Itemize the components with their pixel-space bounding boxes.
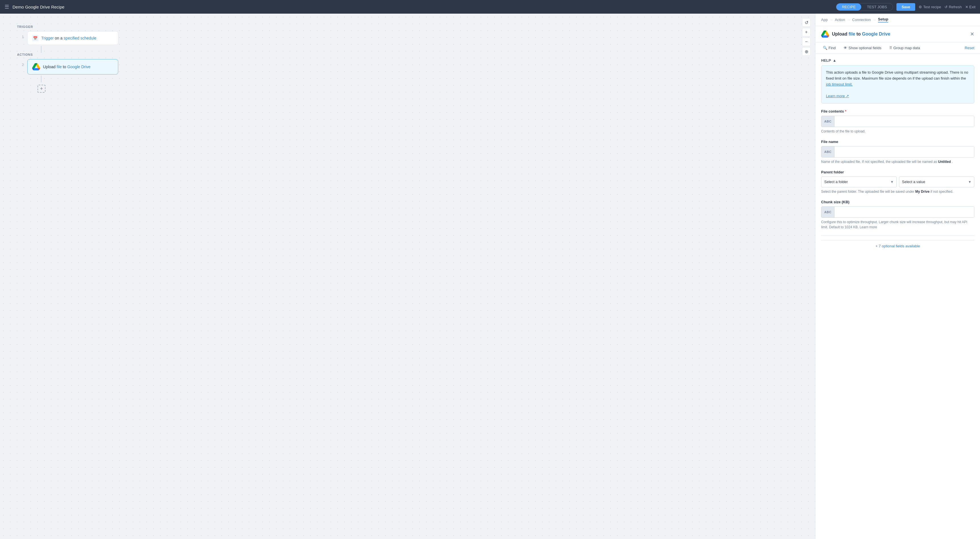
step-2-text-to: to: [63, 65, 67, 69]
refresh-link[interactable]: ↺ Refresh: [945, 5, 962, 9]
step-2-text: Upload file to Google Drive: [43, 65, 91, 69]
parent-folder-desc: Select the parent folder. The uploaded f…: [821, 189, 974, 194]
file-contents-required: *: [845, 109, 846, 113]
parent-folder-label: Parent folder: [821, 170, 974, 174]
step-2-highlight-drive: Google Drive: [67, 65, 91, 69]
panel-title-to: to: [856, 32, 861, 37]
chunk-size-learn-more-link[interactable]: Learn more: [859, 225, 877, 229]
find-button[interactable]: 🔍 Find: [821, 45, 837, 51]
step-1-highlight-schedule: specified schedule: [64, 36, 96, 40]
canvas-reset-btn[interactable]: ↺: [802, 18, 811, 27]
optional-label: optional fields available: [882, 244, 920, 248]
file-contents-input[interactable]: [834, 116, 974, 127]
google-drive-icon: [32, 63, 40, 71]
file-name-field: File name ABC Name of the uploaded file.…: [821, 140, 974, 164]
breadcrumb-arrow-1: →: [829, 17, 833, 22]
group-map-label: Group map data: [893, 46, 920, 50]
trigger-section-label: TRIGGER: [17, 25, 798, 29]
canvas-fit-btn[interactable]: ⊕: [802, 47, 811, 56]
folder-value-wrap: Select a value ▼: [899, 176, 975, 188]
step-2-card[interactable]: Upload file to Google Drive: [27, 59, 118, 75]
chunk-size-input-row: ABC: [821, 207, 974, 218]
chunk-size-label: Chunk size (KB): [821, 200, 974, 204]
help-header[interactable]: HELP ▲: [821, 58, 974, 62]
trigger-step-icon: 📅: [32, 35, 38, 41]
breadcrumb-arrow-2: →: [847, 17, 850, 22]
tab-test-jobs[interactable]: TEST JOBS: [861, 3, 893, 11]
file-contents-label: File contents *: [821, 109, 974, 113]
chunk-size-field: Chunk size (KB) ABC Configure this to op…: [821, 200, 974, 230]
show-optional-fields-button[interactable]: 👁 Show optional fields: [842, 45, 883, 51]
panel-header: Upload file to Google Drive ✕: [815, 26, 980, 42]
folder-select[interactable]: Select a folder: [821, 176, 897, 188]
panel-content: HELP ▲ This action uploads a file to Goo…: [815, 54, 980, 539]
reset-button[interactable]: Reset: [965, 46, 974, 50]
file-contents-input-row: ABC: [821, 116, 974, 127]
canvas-zoom-out-btn[interactable]: −: [802, 38, 811, 46]
step-1-card[interactable]: 📅 Trigger on a specified schedule: [27, 31, 118, 45]
folder-value-select[interactable]: Select a value: [899, 176, 975, 188]
group-map-button[interactable]: ⠿ Group map data: [888, 45, 922, 51]
canvas: ↺ + − ⊕ TRIGGER 1 📅 Trigger on a specifi…: [0, 14, 815, 539]
file-name-untitled: Untitled: [938, 160, 951, 164]
topbar-actions: Save ⚙ Test recipe ↺ Refresh ✕ Exit: [896, 3, 975, 11]
add-step-button[interactable]: +: [38, 85, 46, 93]
step-1-highlight-trigger: Trigger: [41, 36, 54, 40]
refresh-label: Refresh: [949, 5, 962, 9]
step-2-highlight-file: file: [57, 65, 62, 69]
chunk-size-input[interactable]: [834, 207, 974, 218]
breadcrumb-setup[interactable]: Setup: [878, 17, 888, 22]
breadcrumb-arrow-3: →: [873, 17, 876, 22]
file-contents-field: File contents * ABC Contents of the file…: [821, 109, 974, 134]
save-button[interactable]: Save: [896, 3, 915, 11]
breadcrumb-action[interactable]: Action: [835, 17, 845, 22]
breadcrumb-connection[interactable]: Connection: [852, 17, 871, 22]
parent-folder-row: Select a folder ▼ Select a value ▼: [821, 176, 974, 188]
learn-more-link[interactable]: Learn more ↗: [826, 94, 849, 98]
right-panel: App → Action → Connection → Setup Upload…: [815, 14, 980, 539]
parent-folder-my-drive: My Drive: [915, 189, 929, 194]
canvas-zoom-in-btn[interactable]: +: [802, 28, 811, 37]
test-recipe-label: Test recipe: [923, 5, 941, 9]
file-contents-badge: ABC: [821, 116, 834, 127]
file-name-desc: Name of the uploaded file. If not specif…: [821, 159, 974, 164]
breadcrumb: App → Action → Connection → Setup: [815, 14, 980, 26]
file-name-input-row: ABC: [821, 146, 974, 157]
job-timeout-link[interactable]: job timeout limit.: [826, 82, 853, 86]
help-text: This action uploads a file to Google Dri…: [826, 70, 968, 81]
file-name-desc-text: Name of the uploaded file. If not specif…: [821, 160, 937, 164]
step-1-text: Trigger on a specified schedule: [41, 36, 96, 40]
refresh-icon: ↺: [945, 5, 948, 9]
step-1-text-on: on a: [55, 36, 64, 40]
canvas-controls: ↺ + − ⊕: [802, 18, 811, 56]
chunk-size-desc: Configure this to optimize throughput. L…: [821, 219, 974, 230]
parent-folder-desc-suffix: if not specified.: [931, 189, 953, 194]
tab-group: RECIPE TEST JOBS: [836, 3, 893, 11]
file-name-input[interactable]: [834, 146, 974, 157]
breadcrumb-app[interactable]: App: [821, 17, 828, 22]
panel-gdrive-icon: [821, 30, 829, 38]
exit-button[interactable]: ✕ Exit: [965, 5, 975, 9]
panel-close-button[interactable]: ✕: [970, 31, 974, 37]
optional-fields-expand-button[interactable]: + 7 optional fields available: [875, 244, 920, 248]
flow: TRIGGER 1 📅 Trigger on a specified sched…: [0, 14, 815, 104]
exit-label: Exit: [969, 5, 975, 9]
help-chevron-icon: ▲: [833, 58, 837, 62]
chunk-size-desc-text: Configure this to optimize throughput. L…: [821, 220, 967, 229]
tab-recipe[interactable]: RECIPE: [836, 3, 861, 11]
test-recipe-link[interactable]: ⚙ Test recipe: [919, 5, 941, 9]
file-name-desc-suffix: .: [952, 160, 953, 164]
step-2-text-upload: Upload: [43, 65, 57, 69]
add-btn-wrap: +: [38, 85, 798, 93]
file-name-badge: ABC: [821, 146, 834, 157]
parent-folder-field: Parent folder Select a folder ▼ Select a…: [821, 170, 974, 194]
panel-title-drive: Google Drive: [862, 32, 891, 37]
optional-fields-label: Show optional fields: [848, 46, 881, 50]
menu-icon[interactable]: ☰: [5, 4, 9, 10]
recipe-title: Demo Google Drive Recipe: [13, 5, 832, 10]
flow-step-2: 2 Upload file to G: [17, 59, 798, 75]
panel-title-file: file: [849, 32, 855, 37]
file-contents-desc: Contents of the file to upload.: [821, 129, 974, 134]
group-map-icon: ⠿: [889, 46, 892, 50]
exit-icon: ✕: [965, 5, 968, 9]
